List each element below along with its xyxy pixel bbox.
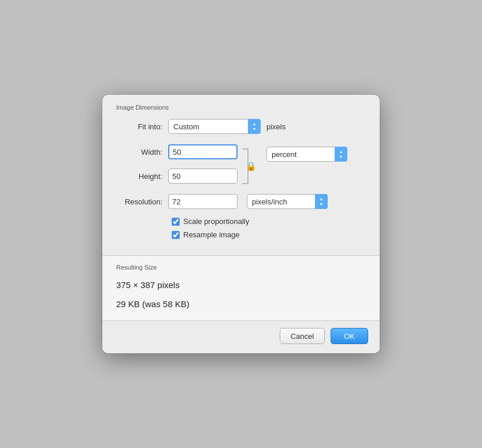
height-label: Height: xyxy=(116,172,168,181)
resample-image-checkbox[interactable] xyxy=(172,231,180,239)
width-row: Width: 50 xyxy=(116,144,238,159)
width-label: Width: xyxy=(116,148,168,156)
lock-icon: 🔒 xyxy=(246,161,257,171)
scale-proportionally-label[interactable]: Scale proportionally xyxy=(183,217,249,226)
height-row: Height: 50 xyxy=(116,169,238,184)
resolution-input[interactable]: 72 xyxy=(168,194,238,209)
resolution-row: Resolution: 72 pixels/inch pixels/cm xyxy=(116,194,366,209)
width-input[interactable]: 50 xyxy=(168,144,238,159)
pixels-suffix: pixels xyxy=(266,122,286,131)
unit-select-wrapper[interactable]: percent pixels inches cm mm xyxy=(266,147,347,162)
scale-proportionally-checkbox[interactable] xyxy=(172,218,180,226)
resample-image-row: Resample image xyxy=(116,230,366,239)
resulting-size-section: Resulting Size 375 × 387 pixels 29 KB (w… xyxy=(102,255,380,320)
height-input[interactable]: 50 xyxy=(168,169,238,184)
fit-into-row: Fit into: Custom Original Size Screen 64… xyxy=(116,119,366,134)
resolution-unit-select[interactable]: pixels/inch pixels/cm xyxy=(247,194,328,209)
unit-select[interactable]: percent pixels inches cm mm xyxy=(266,147,347,162)
cancel-button[interactable]: Cancel xyxy=(280,328,325,344)
resolution-unit-wrapper[interactable]: pixels/inch pixels/cm xyxy=(247,194,328,209)
resulting-dimensions: 375 × 387 pixels xyxy=(116,280,366,290)
ok-button[interactable]: OK xyxy=(331,328,368,344)
button-row: Cancel OK xyxy=(102,320,380,353)
image-dimensions-section: Image Dimensions Fit into: Custom Origin… xyxy=(102,95,380,255)
resulting-filesize: 29 KB (was 58 KB) xyxy=(116,299,366,309)
scale-proportionally-row: Scale proportionally xyxy=(116,217,366,226)
image-dimensions-dialog: Image Dimensions Fit into: Custom Origin… xyxy=(102,95,380,353)
section-title: Image Dimensions xyxy=(116,104,366,111)
resample-image-label[interactable]: Resample image xyxy=(183,230,240,239)
fit-into-select[interactable]: Custom Original Size Screen 640×480 800×… xyxy=(168,119,261,134)
resolution-label: Resolution: xyxy=(116,197,168,206)
fit-into-label: Fit into: xyxy=(116,122,168,131)
fit-into-select-wrapper[interactable]: Custom Original Size Screen 640×480 800×… xyxy=(168,119,261,134)
resulting-size-title: Resulting Size xyxy=(116,264,366,271)
